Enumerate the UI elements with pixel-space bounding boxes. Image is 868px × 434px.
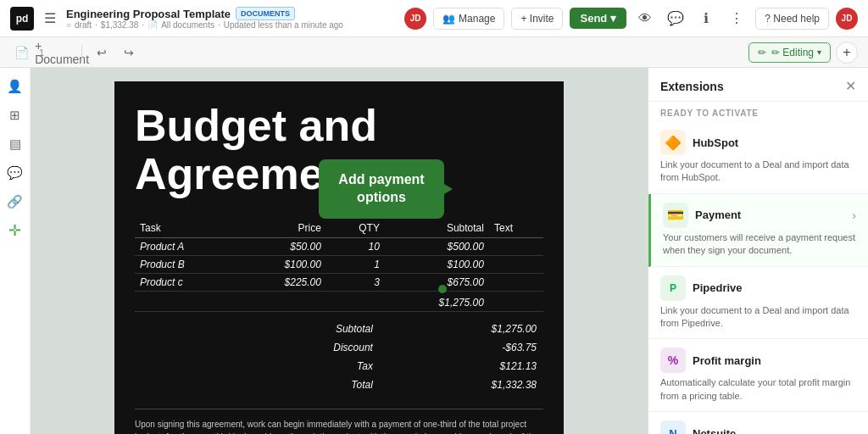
- hubspot-name: HubSpot: [693, 136, 738, 149]
- more-options-icon[interactable]: ⋮: [725, 7, 748, 31]
- add-document-icon[interactable]: + Document: [51, 42, 73, 64]
- payment-extension[interactable]: 💳 Payment › Your customers will receive …: [648, 194, 868, 267]
- row2-price: $100.00: [238, 256, 326, 274]
- document-footer: Upon signing this agreement, work can be…: [135, 409, 543, 434]
- summary-total-row: Total $1,332.38: [136, 376, 542, 393]
- hamburger-icon[interactable]: ☰: [44, 10, 56, 26]
- row1-subtotal: $500.00: [385, 238, 489, 256]
- row2-text: [489, 256, 543, 274]
- document-title: Engineering Proposal Template: [66, 8, 231, 20]
- hubspot-icon: 🔶: [660, 130, 686, 155]
- editing-button[interactable]: ✏ ✏ Editing ▾: [748, 42, 831, 63]
- row3-price: $225.00: [238, 274, 326, 292]
- col-price: Price: [238, 219, 326, 238]
- summary-table: Subtotal $1,275.00 Discount -$63.75 Tax …: [135, 319, 543, 395]
- help-button[interactable]: ? Need help: [755, 8, 829, 30]
- netsuite-icon: N: [660, 420, 686, 434]
- table-row: Product A $50.00 10 $500.00: [135, 238, 543, 256]
- total-value: $1,332.38: [385, 376, 542, 393]
- sidebar-link-icon[interactable]: 🔗: [3, 190, 27, 214]
- table-row: Product B $100.00 1 $100.00: [135, 256, 543, 274]
- col-qty: QTY: [326, 219, 385, 238]
- manage-button[interactable]: 👥 Manage: [433, 8, 504, 30]
- discount-value: -$63.75: [385, 339, 542, 356]
- netsuite-name: Netsuite: [693, 427, 736, 434]
- netsuite-extension[interactable]: N Netsuite Link your document to a Vendo…: [648, 412, 868, 434]
- hubspot-extension[interactable]: 🔶 HubSpot Link your document to a Deal a…: [648, 121, 868, 194]
- profit-icon: %: [660, 348, 686, 373]
- topbar: pd ☰ Engineering Proposal Template DOCUM…: [0, 0, 868, 37]
- payment-name: Payment: [695, 209, 741, 221]
- eye-icon[interactable]: 👁: [633, 7, 657, 31]
- row1-text: [489, 238, 543, 256]
- row1-task: Product A: [135, 238, 238, 256]
- col-task: Task: [135, 219, 238, 238]
- ready-to-activate-label: READY TO ACTIVATE: [648, 102, 868, 121]
- meta-amount: $1,332.38: [101, 20, 139, 30]
- row2-task: Product B: [135, 256, 238, 274]
- payment-icon: 💳: [663, 203, 688, 228]
- docs-icon: 📄: [147, 20, 158, 30]
- document-page: Budget and Agreement Task Price QTY Subt…: [114, 81, 564, 434]
- left-sidebar: 👤 ⊞ ▤ 💬 🔗 ✛: [0, 68, 31, 434]
- dropdown-arrow-icon: ▾: [610, 12, 616, 25]
- subtotal-value: $1,275.00: [385, 320, 542, 337]
- row3-task: Product c: [135, 274, 238, 292]
- sidebar-people-icon[interactable]: 👤: [3, 75, 27, 98]
- payment-desc: Your customers will receive a payment re…: [663, 231, 856, 258]
- extensions-header: Extensions ✕: [648, 68, 868, 102]
- total-label: Total: [228, 376, 383, 393]
- budget-table: Task Price QTY Subtotal Text Product A $…: [135, 219, 543, 312]
- subtoolbar: 📄 1 + Document ↩ ↪ ✏ ✏ Editing ▾ +: [0, 37, 868, 68]
- discount-label: Discount: [228, 339, 383, 356]
- avatar-jd: JD: [404, 8, 426, 30]
- pipedrive-extension[interactable]: P Pipedrive Link your document to a Deal…: [648, 267, 868, 340]
- col-text: Text: [489, 219, 543, 238]
- profit-margin-extension[interactable]: % Profit margin Automatically calculate …: [648, 339, 868, 412]
- table-row-subtotal: $1,275.00: [135, 292, 543, 312]
- pipedrive-desc: Link your document to a Deal and import …: [660, 304, 856, 331]
- pipedrive-name: Pipedrive: [693, 281, 743, 294]
- row2-qty: 1: [326, 256, 385, 274]
- meta-draft: draft: [75, 20, 92, 30]
- invite-button[interactable]: + Invite: [511, 8, 563, 30]
- row-total-amount: $1,275.00: [385, 292, 489, 312]
- profit-desc: Automatically calculate your total profi…: [660, 376, 856, 403]
- send-button[interactable]: Send ▾: [570, 8, 626, 29]
- add-extension-button[interactable]: +: [836, 42, 858, 64]
- sidebar-chat-icon[interactable]: 💬: [3, 161, 27, 185]
- payment-tooltip[interactable]: Add payment options: [319, 159, 444, 219]
- payment-chevron-icon: ›: [852, 209, 856, 222]
- table-row: Product c $225.00 3 $675.00: [135, 274, 543, 292]
- app-logo: pd: [10, 7, 34, 31]
- row3-text: [489, 274, 543, 292]
- close-icon[interactable]: ✕: [845, 78, 856, 94]
- col-subtotal: Subtotal: [385, 219, 489, 238]
- row2-subtotal: $100.00: [385, 256, 489, 274]
- undo-icon[interactable]: ↩: [91, 42, 113, 64]
- extensions-title: Extensions: [660, 80, 724, 93]
- info-icon[interactable]: ℹ: [694, 7, 718, 31]
- meta-updated: Updated less than a minute ago: [224, 20, 343, 30]
- tooltip-dot: [438, 285, 447, 293]
- row1-qty: 10: [326, 238, 385, 256]
- chat-icon[interactable]: 💬: [664, 7, 687, 31]
- redo-icon[interactable]: ↪: [118, 42, 140, 64]
- editing-chevron-icon: ▾: [817, 47, 821, 57]
- extensions-panel: Extensions ✕ READY TO ACTIVATE 🔶 HubSpot…: [648, 68, 868, 434]
- main-layout: 👤 ⊞ ▤ 💬 🔗 ✛ Budget and Agreement Task Pr…: [0, 68, 868, 434]
- summary-tax-row: Tax $121.13: [136, 358, 542, 375]
- sidebar-table-icon[interactable]: ▤: [3, 132, 27, 156]
- profit-name: Profit margin: [693, 354, 761, 367]
- pages-icon[interactable]: 📄: [10, 42, 32, 64]
- sidebar-plus-icon[interactable]: ✛: [3, 219, 27, 242]
- row1-price: $50.00: [238, 238, 326, 256]
- tax-value: $121.13: [385, 358, 542, 375]
- topbar-actions: JD 👥 Manage + Invite Send ▾ 👁 💬 ℹ ⋮ ? Ne…: [404, 7, 858, 31]
- meta-all-docs: All documents: [161, 20, 214, 30]
- tax-label: Tax: [228, 358, 383, 375]
- summary-discount-row: Discount -$63.75: [136, 339, 542, 356]
- people-icon: 👥: [442, 13, 455, 25]
- sidebar-grid-icon[interactable]: ⊞: [3, 103, 27, 127]
- toolbar-separator: [81, 45, 82, 60]
